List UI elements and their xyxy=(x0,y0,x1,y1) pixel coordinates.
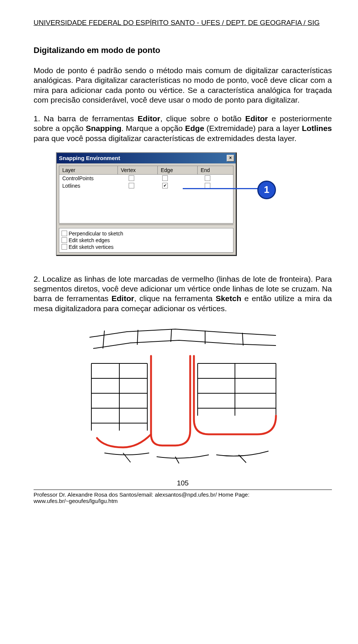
option-label: Perpendicular to sketch xyxy=(69,231,123,237)
checkbox-edit-edges[interactable] xyxy=(62,237,67,243)
checkbox-edit-vertices[interactable] xyxy=(62,244,67,250)
callout-badge-1: 1 xyxy=(257,181,276,199)
bold-editor-1: Editor xyxy=(138,114,160,123)
list-item: Edit sketch edges xyxy=(62,237,231,243)
list-item: Perpendicular to sketch xyxy=(62,231,231,237)
text: (Extremidade) para a layer xyxy=(204,124,302,132)
titlebar[interactable]: Snapping Environment × xyxy=(57,153,236,163)
snap-grid-header: Layer Vertex Edge End xyxy=(59,166,233,175)
layer-name: Lotlines xyxy=(59,183,114,189)
sketch-snap-options: Perpendicular to sketch Edit sketch edge… xyxy=(59,228,233,253)
bold-snapping: Snapping xyxy=(86,124,122,132)
col-end[interactable]: End xyxy=(198,166,233,175)
text: , clique sobre o botão xyxy=(160,114,245,123)
splitter[interactable] xyxy=(59,224,233,227)
section-title: Digitalizando em modo de ponto xyxy=(34,46,332,55)
page-header: UNIVERSIDADE FEDERAL DO ESPÍRITO SANTO -… xyxy=(34,19,332,27)
bold-editor-3: Editor xyxy=(112,294,134,303)
text: , clique na ferramenta xyxy=(134,294,216,303)
figure-snapping-environment: Snapping Environment × Layer Vertex Edge… xyxy=(34,152,332,256)
checkbox-vertex-lotlines[interactable] xyxy=(129,183,134,188)
checkbox-edge-lotlines[interactable]: ✔ xyxy=(162,183,168,188)
step-2: 2. Localize as linhas de lote marcadas d… xyxy=(34,274,332,313)
bold-editor-2: Editor xyxy=(245,114,268,123)
checkbox-perpendicular[interactable] xyxy=(62,231,67,236)
bold-lotlines: Lotlines xyxy=(302,124,332,132)
figure-lotlines xyxy=(34,322,332,464)
callout-line xyxy=(183,188,261,189)
step-1: 1. Na barra de ferramentas Editor, cliqu… xyxy=(34,114,332,143)
col-vertex[interactable]: Vertex xyxy=(118,166,158,175)
col-layer[interactable]: Layer xyxy=(59,166,118,175)
window-title: Snapping Environment xyxy=(59,155,120,161)
page-number: 105 xyxy=(34,479,332,487)
lotlines-illustration xyxy=(82,322,283,464)
option-label: Edit sketch vertices xyxy=(69,244,114,250)
checkbox-end-controlpoints[interactable] xyxy=(205,175,210,181)
snapping-environment-window: Snapping Environment × Layer Vertex Edge… xyxy=(56,152,236,256)
bold-edge: Edge xyxy=(185,124,204,132)
intro-paragraph: Modo de ponto é padrão sendo o método ma… xyxy=(34,66,332,105)
text: para que você possa digitalizar caracter… xyxy=(34,134,296,143)
page-footer: Professor Dr. Alexandre Rosa dos Santos/… xyxy=(34,490,332,504)
checkbox-vertex-controlpoints[interactable] xyxy=(129,175,134,181)
bold-sketch: Sketch xyxy=(216,294,241,303)
col-edge[interactable]: Edge xyxy=(158,166,198,175)
list-item: Edit sketch vertices xyxy=(62,244,231,250)
text: . Marque a opção xyxy=(122,124,185,132)
close-icon[interactable]: × xyxy=(227,155,234,162)
text: 1. Na barra de ferramentas xyxy=(34,114,138,123)
layer-name: ControlPoints xyxy=(59,175,114,181)
table-row: ControlPoints xyxy=(59,175,233,182)
option-label: Edit sketch edges xyxy=(69,237,110,243)
checkbox-edge-controlpoints[interactable] xyxy=(162,175,168,181)
snap-grid-body: ControlPoints Lotlines ✔ xyxy=(59,175,233,223)
